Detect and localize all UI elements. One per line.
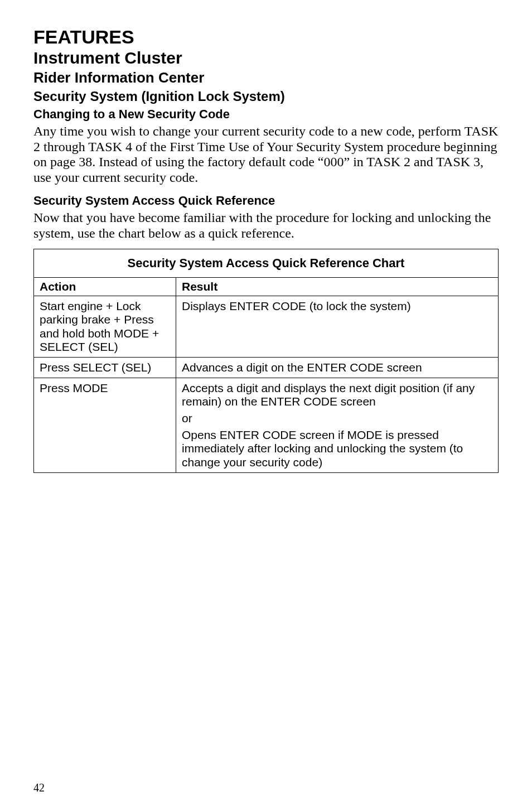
- result-part: Opens ENTER CODE screen if MODE is press…: [182, 428, 492, 469]
- column-header-action: Action: [34, 278, 176, 296]
- table-row: Start engine + Lock parking brake + Pres…: [34, 296, 499, 358]
- action-cell: Press MODE: [34, 378, 176, 472]
- page-number: 42: [33, 781, 45, 794]
- heading-changing-code: Changing to a New Security Code: [33, 107, 499, 122]
- table-row: Press SELECT (SEL) Advances a digit on t…: [34, 357, 499, 378]
- result-part: or: [182, 412, 492, 425]
- column-header-result: Result: [176, 278, 499, 296]
- action-cell: Start engine + Lock parking brake + Pres…: [34, 296, 176, 358]
- action-cell: Press SELECT (SEL): [34, 357, 176, 378]
- result-cell: Accepts a digit and displays the next di…: [176, 378, 499, 472]
- heading-rider-information-center: Rider Information Center: [33, 69, 499, 86]
- result-cell: Advances a digit on the ENTER CODE scree…: [176, 357, 499, 378]
- quick-reference-table: Security System Access Quick Reference C…: [33, 249, 499, 473]
- result-part: Accepts a digit and displays the next di…: [182, 382, 492, 408]
- heading-quick-reference: Security System Access Quick Reference: [33, 194, 499, 208]
- result-cell: Displays ENTER CODE (to lock the system): [176, 296, 499, 358]
- table-title: Security System Access Quick Reference C…: [34, 249, 499, 278]
- table-header-row: Action Result: [34, 278, 499, 296]
- paragraph-changing-code: Any time you wish to change your current…: [33, 124, 499, 185]
- paragraph-quick-reference: Now that you have become familiar with t…: [33, 210, 499, 241]
- heading-instrument-cluster: Instrument Cluster: [33, 49, 499, 68]
- heading-security-system: Security System (Ignition Lock System): [33, 89, 499, 105]
- table-title-row: Security System Access Quick Reference C…: [34, 249, 499, 278]
- heading-features: FEATURES: [33, 27, 499, 47]
- table-row: Press MODE Accepts a digit and displays …: [34, 378, 499, 472]
